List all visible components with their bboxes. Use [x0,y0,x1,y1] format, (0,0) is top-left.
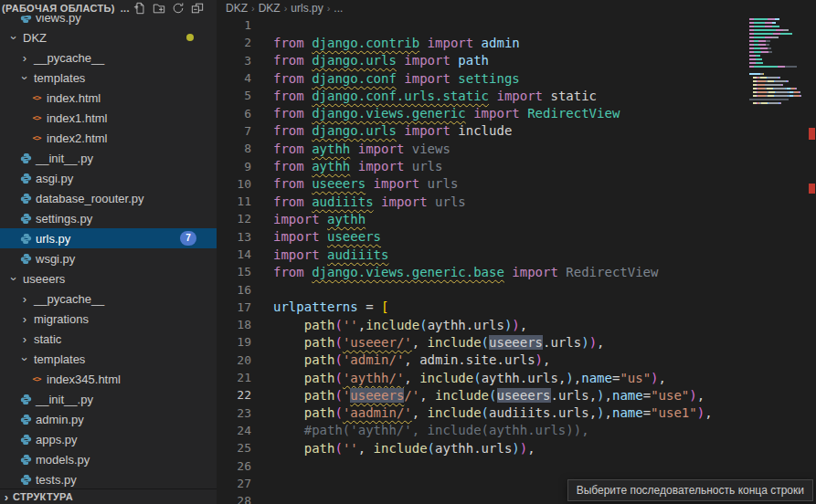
tree-file-models.py[interactable]: models.py [0,449,217,469]
tree-folder-templates[interactable]: ›templates [0,68,217,88]
line-number[interactable]: 27 [217,477,251,490]
tree-file-apps.py[interactable]: apps.py [0,429,217,449]
tree-file-index2.html[interactable]: <>index2.html [0,128,217,148]
line-number[interactable]: 7 [217,124,251,138]
line-number[interactable]: 25 [217,441,251,455]
line-number[interactable]: 17 [217,300,251,314]
code-line-7[interactable]: 7from django.urls import include [217,122,816,140]
line-number[interactable]: 22 [217,388,251,402]
tree-item-label: views.py [36,15,81,25]
code-line-25[interactable]: 25 path('', include(aythh.urls)), [217,439,816,457]
code-line-5[interactable]: 5from django.conf.urls.static import sta… [217,87,816,104]
code-line-19[interactable]: 19 path('useeer/', include(useeers.urls)… [217,333,816,351]
tree-file-views.py[interactable]: views.py [0,15,217,27]
breadcrumb-item-more[interactable]: ... [334,2,343,15]
line-number[interactable]: 11 [217,194,251,208]
python-file-icon [18,193,33,205]
tree-folder-__pycache__[interactable]: ›__pycache__ [0,47,217,68]
code-line-2[interactable]: 2from django.contrib import admin [217,34,816,51]
tree-item-label: admin.py [36,413,84,426]
code-line-6[interactable]: 6from django.views.generic import Redire… [217,104,816,121]
line-number[interactable]: 16 [217,283,251,297]
section-more-actions[interactable]: ... [121,3,130,14]
line-number[interactable]: 28 [217,494,251,504]
code-line-3[interactable]: 3from django.urls import path [217,52,816,69]
line-number[interactable]: 2 [217,36,251,49]
breadcrumb-item-DKZ[interactable]: DKZ [259,2,281,15]
tree-item-label: wsgi.py [36,252,75,266]
tree-folder-static[interactable]: ›static [0,329,217,349]
tree-file-__init__.py[interactable]: __init__.py [0,389,217,409]
line-number[interactable]: 12 [217,212,251,226]
code-line-23[interactable]: 23 path('aadmin/', include(audiiits.urls… [217,404,816,422]
outline-section-label: СТРУКТУРА [13,491,73,502]
minimap[interactable] [749,15,808,117]
code-line-21[interactable]: 21 path('aythh/', include(aythh.urls,),n… [217,369,816,386]
editor: DKZ›DKZ›urls.py›... 12from django.contri… [217,0,816,504]
code-line-10[interactable]: 10from useeers import urls [217,175,816,193]
code-line-17[interactable]: 17urlpatterns = [ [217,299,816,316]
line-number[interactable]: 20 [217,353,251,367]
tree-file-database_roouter.py[interactable]: database_roouter.py [0,188,217,208]
code-line-22[interactable]: 22 path('useeers/', include(useeers.urls… [217,386,816,404]
line-number[interactable]: 8 [217,142,251,155]
line-number[interactable]: 5 [217,89,251,102]
line-number[interactable]: 23 [217,406,251,420]
refresh-icon[interactable] [170,1,187,16]
code-line-4[interactable]: 4from django.conf import settings [217,69,816,87]
tree-file-wsgi.py[interactable]: wsgi.py [0,248,217,268]
code-line-8[interactable]: 8from aythh import views [217,140,816,157]
new-file-icon[interactable] [132,1,149,16]
overview-ruler[interactable] [808,0,816,504]
code-area[interactable]: 12from django.contrib import admin3from … [217,16,816,504]
code-line-9[interactable]: 9from aythh import urls [217,157,816,174]
line-number[interactable]: 3 [217,54,251,68]
code-line-13[interactable]: 13import useeers [217,228,816,246]
tree-file-asgi.py[interactable]: asgi.py [0,168,217,188]
line-number[interactable]: 26 [217,459,251,473]
code-line-20[interactable]: 20 path('admin/', admin.site.urls), [217,352,816,369]
code-line-24[interactable]: 24 #path('aythh/', include(aythh.urls)), [217,422,816,439]
tree-folder-useeers[interactable]: ›useeers [0,268,217,289]
line-number[interactable]: 21 [217,371,251,384]
tree-folder-migrations[interactable]: ›migrations [0,309,217,329]
tree-folder-__pycache__[interactable]: ›__pycache__ [0,289,217,309]
code-line-12[interactable]: 12import aythh [217,210,816,227]
code-line-26[interactable]: 26 [217,457,816,474]
line-number[interactable]: 9 [217,160,251,173]
code-line-11[interactable]: 11from audiiits import urls [217,193,816,210]
breadcrumb-item-DKZ[interactable]: DKZ [226,2,248,15]
line-number[interactable]: 1 [217,18,251,32]
tree-file-index.html[interactable]: <>index.html [0,88,217,108]
code-text: from django.urls import include [273,123,512,138]
line-number[interactable]: 19 [217,335,251,349]
tree-file-admin.py[interactable]: admin.py [0,409,217,429]
tree-folder-templates[interactable]: ›templates [0,349,217,369]
line-number[interactable]: 6 [217,107,251,121]
tree-folder-DKZ[interactable]: ›DKZ [0,27,217,47]
line-number[interactable]: 13 [217,230,251,244]
breadcrumb-item-urlspy[interactable]: urls.py [291,2,323,15]
tree-file-tests.py[interactable]: tests.py [0,469,217,489]
code-text: from django.views.generic import Redirec… [273,106,620,121]
minimap-line [749,84,808,86]
line-number[interactable]: 4 [217,71,251,85]
tree-file-index345.html[interactable]: <>index345.html [0,369,217,389]
code-line-14[interactable]: 14import audiiits [217,246,816,263]
collapse-all-icon[interactable] [189,1,207,16]
outline-section-header[interactable]: › СТРУКТУРА [0,488,217,504]
code-line-16[interactable]: 16 [217,280,816,298]
tree-file-urls.py[interactable]: urls.py7 [0,228,217,248]
line-number[interactable]: 15 [217,265,251,278]
line-number[interactable]: 18 [217,318,251,331]
code-line-15[interactable]: 15from django.views.generic.base import … [217,263,816,280]
code-line-18[interactable]: 18 path('',include(aythh.urls)), [217,316,816,333]
tree-file-__init__.py[interactable]: __init__.py [0,148,217,168]
tree-file-settings.py[interactable]: settings.py [0,208,217,228]
new-folder-icon[interactable] [151,1,168,16]
line-number[interactable]: 10 [217,177,251,191]
line-number[interactable]: 14 [217,247,251,261]
code-line-1[interactable]: 1 [217,16,816,34]
tree-file-index1.html[interactable]: <>index1.html [0,108,217,128]
line-number[interactable]: 24 [217,424,251,437]
